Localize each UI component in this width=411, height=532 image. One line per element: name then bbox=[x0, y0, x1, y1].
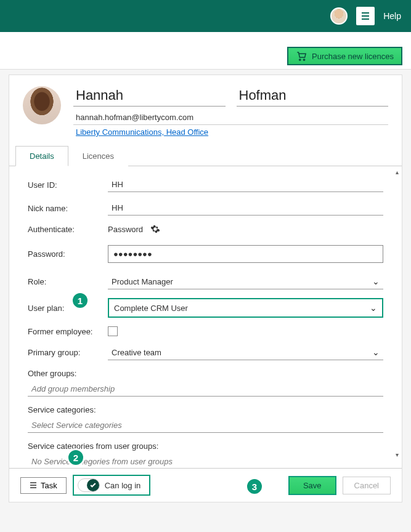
user-plan-value: Complete CRM User bbox=[114, 304, 188, 313]
other-groups-input[interactable] bbox=[28, 382, 383, 397]
role-label: Role: bbox=[28, 277, 108, 286]
cart-icon bbox=[296, 50, 307, 62]
annotation-badge-3: 3 bbox=[245, 477, 264, 496]
chevron-down-icon: ⌄ bbox=[372, 347, 380, 357]
tab-licences[interactable]: Licences bbox=[68, 146, 128, 166]
menu-icon bbox=[360, 11, 370, 21]
service-categories-input[interactable] bbox=[28, 418, 383, 433]
password-label: Password: bbox=[28, 249, 108, 259]
primary-group-label: Primary group: bbox=[28, 348, 108, 357]
svg-point-0 bbox=[299, 59, 301, 60]
former-employee-checkbox[interactable] bbox=[108, 326, 118, 336]
details-form: ▴ ▾ User ID: HH Nick name: HH Authentica… bbox=[9, 166, 402, 468]
first-name-field[interactable]: Hannah bbox=[73, 86, 226, 107]
list-icon bbox=[30, 482, 37, 489]
authenticate-label: Authenticate: bbox=[28, 225, 108, 234]
organization-link[interactable]: Liberty Communications, Head Office bbox=[73, 125, 211, 139]
nick-name-input[interactable]: HH bbox=[108, 201, 383, 216]
user-id-label: User ID: bbox=[28, 180, 108, 190]
other-groups-label: Other groups: bbox=[28, 369, 383, 378]
can-login-label: Can log in bbox=[105, 481, 141, 490]
user-avatar-small[interactable] bbox=[330, 7, 348, 25]
task-label: Task bbox=[41, 481, 57, 490]
tab-bar: Details Licences bbox=[9, 145, 402, 166]
scroll-down-icon[interactable]: ▾ bbox=[396, 451, 399, 458]
check-icon bbox=[89, 482, 97, 489]
user-plan-select[interactable]: Complete CRM User ⌄ bbox=[108, 298, 383, 318]
user-avatar-large[interactable] bbox=[23, 86, 61, 124]
scrollbar[interactable]: ▴ ▾ bbox=[393, 169, 401, 458]
top-bar: Help bbox=[0, 0, 411, 32]
user-plan-label: User plan: bbox=[28, 304, 108, 313]
last-name-field[interactable]: Hofman bbox=[237, 86, 389, 107]
save-button[interactable]: Save bbox=[288, 476, 336, 495]
chevron-down-icon: ⌄ bbox=[370, 303, 377, 313]
primary-group-value: Creative team bbox=[112, 348, 161, 357]
can-login-toggle[interactable]: Can log in bbox=[73, 475, 151, 496]
chevron-down-icon: ⌄ bbox=[372, 276, 380, 286]
main-menu-button[interactable] bbox=[356, 7, 375, 25]
tab-details[interactable]: Details bbox=[15, 146, 68, 166]
toggle-knob bbox=[87, 479, 99, 491]
purchase-licences-button[interactable]: Purchase new licences bbox=[287, 47, 402, 65]
annotation-badge-2: 2 bbox=[67, 448, 85, 467]
profile-header: Hannah Hofman hannah.hofman@libertycom.c… bbox=[9, 75, 402, 145]
task-button[interactable]: Task bbox=[20, 477, 67, 494]
service-categories-label: Service categories: bbox=[28, 405, 383, 414]
email-field[interactable]: hannah.hofman@libertycom.com bbox=[73, 110, 388, 125]
help-link[interactable]: Help bbox=[383, 11, 401, 21]
auth-method-value: Password bbox=[108, 225, 143, 234]
cancel-button[interactable]: Cancel bbox=[343, 477, 391, 494]
user-card: Hannah Hofman hannah.hofman@libertycom.c… bbox=[9, 75, 402, 502]
annotation-badge-1: 1 bbox=[71, 291, 89, 310]
svg-point-1 bbox=[303, 59, 304, 60]
card-footer: Task Can log in Save Cancel bbox=[9, 468, 402, 502]
nick-name-label: Nick name: bbox=[28, 204, 108, 213]
password-input[interactable]: ●●●●●●●● bbox=[108, 245, 383, 263]
scroll-up-icon[interactable]: ▴ bbox=[396, 169, 399, 175]
former-employee-label: Former employee: bbox=[28, 327, 108, 336]
role-value: Product Manager bbox=[112, 277, 173, 286]
primary-group-select[interactable]: Creative team ⌄ bbox=[108, 345, 383, 360]
purchase-label: Purchase new licences bbox=[312, 52, 394, 61]
gear-icon[interactable] bbox=[150, 224, 160, 234]
toggle-track bbox=[78, 478, 100, 492]
action-bar: Purchase new licences bbox=[0, 32, 411, 70]
role-select[interactable]: Product Manager ⌄ bbox=[108, 274, 383, 289]
user-id-input[interactable]: HH bbox=[108, 177, 383, 192]
